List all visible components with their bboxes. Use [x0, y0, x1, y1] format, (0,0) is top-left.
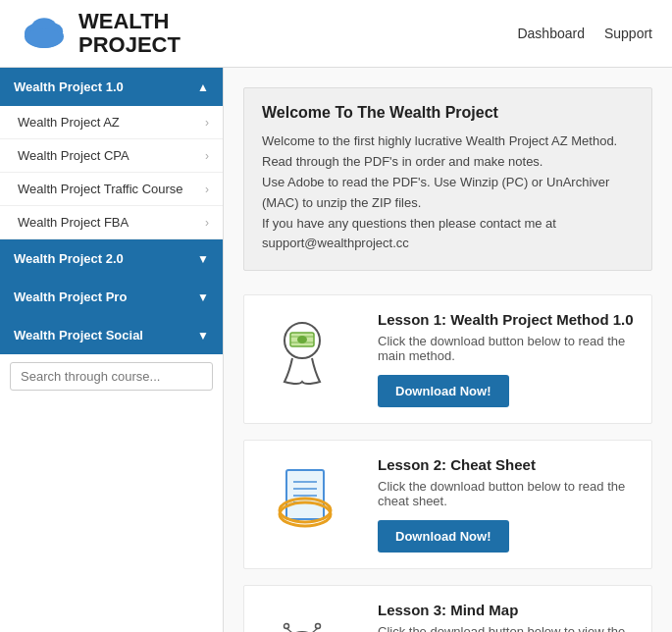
lesson-1-icon	[260, 311, 358, 399]
support-link[interactable]: Support	[604, 26, 652, 41]
chevron-right-icon: ›	[205, 116, 209, 130]
sidebar-section-wealth-2[interactable]: Wealth Project 2.0 ▼	[0, 239, 223, 278]
lesson-2-desc: Click the download button below to read …	[378, 479, 636, 508]
logo-area: WEALTH PROJECT	[20, 10, 181, 57]
sidebar-item-traffic[interactable]: Wealth Project Traffic Course ›	[0, 173, 223, 206]
lesson-2-content: Lesson 2: Cheat Sheet Click the download…	[378, 456, 636, 553]
sidebar-item-cpa[interactable]: Wealth Project CPA ›	[0, 139, 223, 173]
welcome-box: Welcome To The Wealth Project Welcome to…	[243, 87, 652, 271]
svg-rect-10	[286, 470, 324, 519]
welcome-line-3: Use Adobe to read the PDF's. Use Winzip …	[262, 173, 634, 214]
header-nav: Dashboard Support	[517, 26, 652, 41]
main-content: Welcome To The Wealth Project Welcome to…	[224, 68, 672, 632]
lesson-card-3: Lesson 3: Mind Map Click the download bu…	[243, 585, 652, 632]
welcome-line-2: Read through the PDF's in order and make…	[262, 152, 634, 173]
lesson-1-download-button[interactable]: Download Now!	[378, 375, 509, 407]
sidebar-section-label: Wealth Project 2.0	[14, 251, 124, 266]
sidebar-item-az[interactable]: Wealth Project AZ ›	[0, 106, 223, 139]
sidebar-section-label: Wealth Project Social	[14, 328, 143, 342]
welcome-title: Welcome To The Wealth Project	[262, 104, 634, 122]
lesson-3-desc: Click the download button below to view …	[378, 624, 636, 632]
sidebar-section-wealth-social[interactable]: Wealth Project Social ▼	[0, 316, 223, 354]
chevron-right-icon: ›	[205, 149, 209, 163]
dashboard-link[interactable]: Dashboard	[517, 26, 585, 41]
lesson-2-download-button[interactable]: Download Now!	[378, 520, 509, 553]
lesson-3-title: Lesson 3: Mind Map	[378, 602, 636, 618]
welcome-line-1: Welcome to the first highly lucrative We…	[262, 132, 634, 152]
lesson-1-desc: Click the download button below to read …	[378, 334, 636, 363]
lesson-1-content: Lesson 1: Wealth Project Method 1.0 Clic…	[378, 311, 636, 407]
lesson-3-content: Lesson 3: Mind Map Click the download bu…	[378, 602, 636, 632]
chevron-down-icon: ▼	[197, 290, 209, 304]
sidebar-search-area	[0, 354, 223, 398]
lesson-card-1: Lesson 1: Wealth Project Method 1.0 Clic…	[243, 294, 652, 424]
svg-point-23	[316, 624, 321, 629]
sidebar-item-fba[interactable]: Wealth Project FBA ›	[0, 206, 223, 239]
lesson-2-icon	[260, 456, 358, 545]
sidebar-section-label: Wealth Project 1.0	[14, 79, 124, 94]
svg-line-31	[312, 628, 318, 632]
lesson-1-title: Lesson 1: Wealth Project Method 1.0	[378, 311, 636, 328]
chevron-right-icon: ›	[205, 216, 209, 230]
search-input[interactable]	[10, 362, 213, 391]
logo-text: WEALTH PROJECT	[78, 10, 181, 57]
welcome-line-4: If you have any questions then please co…	[262, 214, 634, 255]
svg-point-22	[284, 624, 289, 629]
chevron-down-icon: ▼	[197, 329, 209, 342]
sidebar-section-wealth-1[interactable]: Wealth Project 1.0 ▲	[0, 68, 223, 106]
chevron-right-icon: ›	[205, 183, 209, 196]
svg-point-4	[26, 28, 63, 48]
chevron-down-icon: ▼	[197, 252, 209, 266]
lesson-3-icon	[260, 602, 358, 632]
sidebar: Wealth Project 1.0 ▲ Wealth Project AZ ›…	[0, 68, 224, 632]
lesson-card-2: Lesson 2: Cheat Sheet Click the download…	[243, 440, 652, 569]
main-layout: Wealth Project 1.0 ▲ Wealth Project AZ ›…	[0, 68, 672, 632]
cloud-logo-icon	[20, 14, 69, 53]
header: WEALTH PROJECT Dashboard Support	[0, 0, 672, 68]
lesson-2-title: Lesson 2: Cheat Sheet	[378, 456, 636, 473]
chevron-up-icon: ▲	[197, 80, 209, 94]
sidebar-section-label: Wealth Project Pro	[14, 290, 127, 304]
svg-line-30	[286, 628, 292, 632]
sidebar-section-wealth-pro[interactable]: Wealth Project Pro ▼	[0, 278, 223, 316]
